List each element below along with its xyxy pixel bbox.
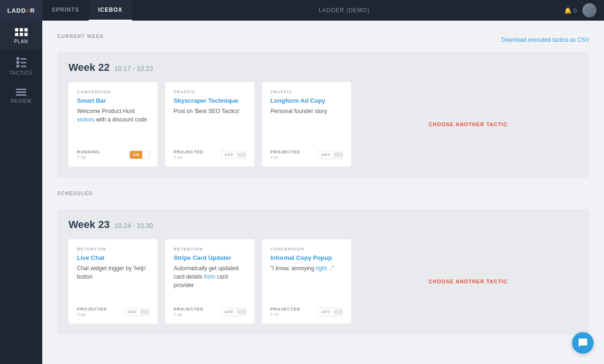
card-footer: PROJECTED T-70 OFF (270, 307, 343, 317)
card-status: RUNNING (77, 150, 100, 154)
toggle-live-chat[interactable]: OFF (124, 308, 150, 316)
card-tnum: T-38 (77, 155, 100, 160)
card-footer: PROJECTED T-68 OFF (77, 307, 149, 317)
card-status: PROJECTED (270, 150, 300, 154)
card-status: PROJECTED (174, 307, 204, 311)
sidebar-logo: LADD=R (0, 0, 42, 21)
toggle-informal[interactable]: OFF (318, 308, 343, 316)
card-desc: Welcome Product Hunt visitors with a dis… (77, 107, 149, 124)
card-footer: PROJECTED T-69 OFF (174, 307, 246, 317)
card-desc: Automatically get updated card details f… (174, 264, 246, 289)
card-status: PROJECTED (270, 307, 300, 311)
top-nav: spRInTS ICEBOX LADDER (DEMO) 🔔 0 (42, 0, 604, 21)
card-tnum: T-68 (77, 312, 107, 317)
notification-bell[interactable]: 🔔 0 (564, 7, 577, 14)
current-week-container: Week 22 10.17 - 10.23 CONVERSION Smart B… (57, 52, 589, 178)
week-23-number: Week 23 (69, 219, 110, 231)
tactic-card-live-chat: RETENTION Live Chat Chat widget trigger … (69, 239, 158, 324)
sidebar-item-review[interactable]: REVIEW (0, 81, 42, 109)
card-footer: PROJECTED T-40 OFF (174, 150, 246, 160)
week-22-dates: 10.17 - 10.23 (115, 65, 153, 72)
top-nav-right: 🔔 0 (557, 0, 604, 21)
scheduled-week-container: Week 23 10.24 - 10.30 RETENTION Live Cha… (57, 209, 589, 335)
card-footer: RUNNING T-38 ON (77, 150, 149, 160)
card-tnum: T-40 (174, 155, 204, 160)
tactic-card-stripe: RETENTION Stripe Card Updater Automatica… (165, 239, 254, 324)
card-tnum: T-70 (270, 312, 300, 317)
card-status: PROJECTED (174, 150, 204, 154)
card-footer: PROJECTED T-67 OFF (270, 150, 343, 160)
card-category: TRAFFIC (270, 90, 343, 94)
tab-sprints[interactable]: spRInTS (42, 0, 89, 21)
logo-accent: = (26, 7, 31, 14)
card-status: PROJECTED (77, 307, 107, 311)
week-22-cards: CONVERSION Smart Bar Welcome Product Hun… (69, 82, 578, 167)
user-avatar[interactable] (582, 3, 596, 17)
tactic-card-smart-bar: CONVERSION Smart Bar Welcome Product Hun… (69, 82, 158, 167)
plan-icon (15, 28, 28, 36)
choose-tactic-week23[interactable]: CHOOSE ANOTHER TACTIC (359, 239, 578, 324)
week-22-number: Week 22 (69, 61, 110, 74)
sidebar: LADD=R PLAN TacticS REVIEW (0, 0, 42, 364)
sidebar-item-label: PLAN (14, 39, 28, 44)
card-desc: Personal founder story (270, 107, 343, 115)
card-title[interactable]: Stripe Card Updater (174, 254, 246, 261)
card-title[interactable]: Live Chat (77, 254, 149, 261)
card-category: RETENTION (174, 247, 246, 251)
card-title[interactable]: Skyscraper Technique (174, 97, 246, 104)
scheduled-label: SCHEDULED (57, 191, 93, 196)
card-title[interactable]: Longform Ad Copy (270, 97, 343, 104)
card-desc: Post on 'Best SEO Tactics' (174, 107, 246, 115)
card-title[interactable]: Smart Bar (77, 97, 149, 104)
toggle-stripe[interactable]: OFF (221, 308, 246, 316)
sidebar-item-tactics[interactable]: TacticS (0, 50, 42, 81)
toggle-smart-bar[interactable]: ON (130, 151, 150, 159)
sidebar-item-label: REVIEW (10, 99, 31, 104)
chat-icon (578, 338, 588, 348)
card-tnum: T-69 (174, 312, 204, 317)
week-23-cards: RETENTION Live Chat Chat widget trigger … (69, 239, 578, 324)
card-tnum: T-67 (270, 155, 300, 160)
sidebar-item-plan[interactable]: PLAN (0, 21, 42, 50)
tactics-icon (16, 57, 26, 68)
current-week-header: CURRENT WEEK Download executed tactics a… (57, 34, 589, 46)
week-22-title: Week 22 10.17 - 10.23 (69, 61, 578, 74)
choose-tactic-week22[interactable]: CHOOSE ANOTHER TACTIC (359, 82, 578, 167)
card-desc: "I know, annoying right..." (270, 264, 343, 273)
tactic-card-informal-copy: CONVERSION Informal Copy Popup "I know, … (262, 239, 351, 324)
tab-icebox[interactable]: ICEBOX (89, 0, 132, 21)
card-category: RETENTION (77, 247, 149, 251)
card-category: CONVERSION (270, 247, 343, 251)
toggle-longform[interactable]: OFF (318, 151, 343, 159)
download-csv-link[interactable]: Download executed tactics as CSV (501, 37, 589, 43)
main-content: spRInTS ICEBOX LADDER (DEMO) 🔔 0 CURRENT… (42, 0, 604, 364)
tactic-card-longform: TRAFFIC Longform Ad Copy Personal founde… (262, 82, 351, 167)
top-nav-title: LADDER (DEMO) (132, 0, 557, 21)
card-category: TRAFFIC (174, 90, 246, 94)
week-23-title: Week 23 10.24 - 10.30 (69, 219, 578, 231)
toggle-skyscraper[interactable]: OFF (221, 151, 246, 159)
current-week-label: CURRENT WEEK (57, 34, 104, 39)
scheduled-header: SCHEDULED (57, 191, 589, 203)
card-desc: Chat widget trigger by 'help' button (77, 264, 149, 281)
card-category: CONVERSION (77, 90, 149, 94)
chat-bubble-button[interactable] (572, 332, 594, 354)
week-23-dates: 10.24 - 10.30 (115, 222, 153, 229)
page-content: CURRENT WEEK Download executed tactics a… (42, 21, 604, 364)
review-icon (16, 89, 26, 96)
tactic-card-skyscraper: TRAFFIC Skyscraper Technique Post on 'Be… (165, 82, 254, 167)
card-title[interactable]: Informal Copy Popup (270, 254, 343, 261)
sidebar-item-label: TacticS (9, 70, 32, 76)
